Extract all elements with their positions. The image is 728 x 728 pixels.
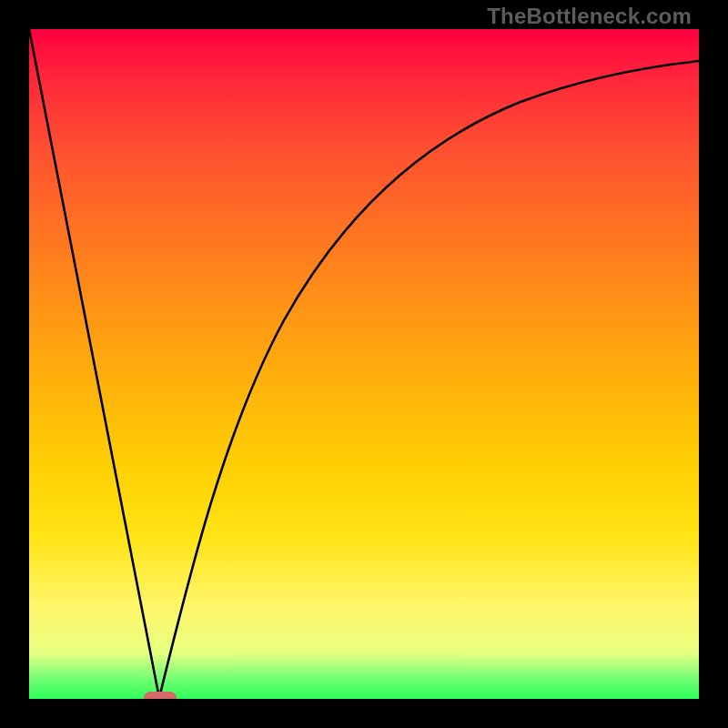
- chart-frame: TheBottleneck.com: [0, 0, 728, 728]
- plot-border: [0, 0, 728, 728]
